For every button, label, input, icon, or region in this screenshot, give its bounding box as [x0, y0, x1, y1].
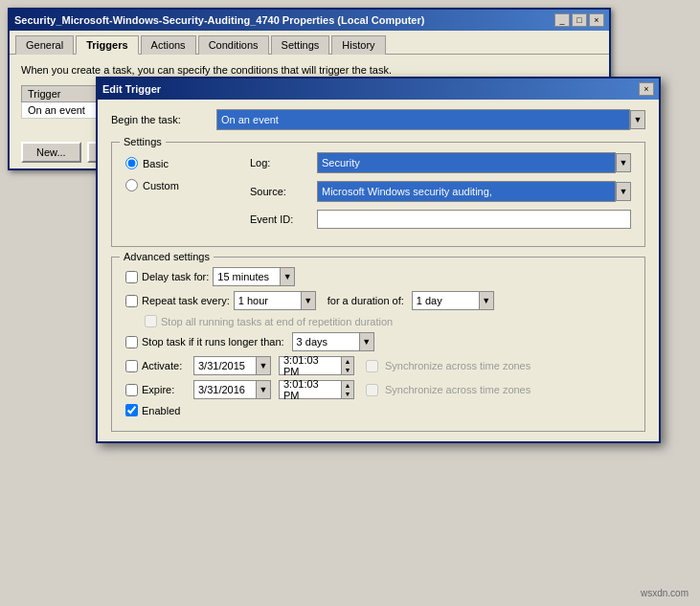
expire-date-arrow[interactable]: ▼	[256, 380, 271, 399]
repeat-checkbox[interactable]	[125, 295, 138, 307]
stop-repeat-label: Stop all running tasks at end of repetit…	[161, 316, 393, 327]
tab-general[interactable]: General	[15, 35, 74, 55]
stop-longer-label: Stop task if it runs longer than:	[142, 336, 284, 348]
dialog-title: Edit Trigger	[102, 83, 161, 95]
log-value: Security	[322, 157, 360, 168]
sync-expire-checkbox[interactable]	[366, 384, 378, 396]
tab-conditions[interactable]: Conditions	[198, 35, 269, 55]
fields-column: Log: Security ▼ Source: Microsoft Window…	[250, 152, 631, 229]
activate-date: 3/31/2015	[193, 356, 256, 375]
stop-longer-combo: 3 days ▼	[292, 332, 374, 351]
eventid-label: Event ID:	[250, 213, 317, 225]
repeat-dropdown-arrow[interactable]: ▼	[301, 291, 316, 310]
sync-activate-label: Synchronize across time zones	[385, 360, 531, 371]
stop-longer-checkbox[interactable]	[125, 336, 138, 348]
radio-basic-row: Basic	[125, 157, 240, 169]
source-dropdown[interactable]: Microsoft Windows security auditing,	[317, 181, 616, 202]
begin-task-dropdown[interactable]: On an event	[216, 109, 630, 130]
activate-date-combo: 3/31/2015 ▼	[193, 356, 271, 375]
dialog-close-button[interactable]: ×	[639, 82, 654, 96]
duration-dropdown-arrow[interactable]: ▼	[479, 291, 494, 310]
eventid-input[interactable]: 4740	[317, 210, 631, 229]
source-dropdown-arrow[interactable]: ▼	[616, 182, 631, 201]
stop-repeat-checkbox[interactable]	[145, 315, 157, 327]
log-label: Log:	[250, 157, 317, 168]
settings-legend: Settings	[120, 136, 166, 147]
enabled-checkbox[interactable]	[125, 404, 138, 416]
stop-longer-value: 3 days	[292, 332, 359, 351]
activate-time: 3:01:03 PM	[279, 356, 341, 375]
repeat-value: 1 hour	[234, 291, 301, 310]
delay-row: Delay task for: 15 minutes ▼	[125, 267, 631, 286]
repeat-combo: 1 hour ▼	[234, 291, 316, 310]
radio-basic[interactable]	[125, 157, 138, 169]
dialog-window-controls: ×	[639, 82, 654, 96]
radio-custom[interactable]	[125, 179, 138, 191]
activate-checkbox[interactable]	[125, 360, 138, 372]
duration-value: 1 day	[412, 291, 479, 310]
stop-longer-arrow[interactable]: ▼	[359, 332, 374, 351]
activate-time-updown[interactable]: ▲ ▼	[341, 356, 354, 375]
sync-activate-checkbox[interactable]	[366, 360, 378, 372]
radio-column: Basic Custom	[125, 152, 240, 191]
source-value: Microsoft Windows security auditing,	[322, 186, 492, 197]
log-field-row: Log: Security ▼	[250, 152, 631, 173]
begin-label: Begin the task:	[111, 114, 216, 125]
begin-task-arrow[interactable]: ▼	[630, 110, 645, 129]
radio-basic-label: Basic	[143, 158, 169, 169]
enabled-label: Enabled	[142, 405, 180, 416]
tab-history[interactable]: History	[331, 35, 385, 55]
log-dropdown[interactable]: Security	[317, 152, 616, 173]
dialog-title-bar: Edit Trigger ×	[98, 79, 659, 100]
expire-row: Expire: 3/31/2016 ▼ 3:01:03 PM ▲ ▼ Synch…	[125, 380, 631, 399]
watermark: wsxdn.com	[641, 588, 689, 598]
advanced-settings-group: Advanced settings Delay task for: 15 min…	[111, 257, 645, 432]
expire-date: 3/31/2016	[193, 380, 256, 399]
radio-custom-label: Custom	[143, 180, 179, 191]
activate-time-combo: 3:01:03 PM ▲ ▼	[279, 356, 354, 375]
expire-checkbox[interactable]	[125, 384, 138, 396]
delay-checkbox[interactable]	[125, 271, 138, 283]
expire-time-updown[interactable]: ▲ ▼	[341, 380, 354, 399]
source-label: Source:	[250, 186, 317, 197]
delay-dropdown-arrow[interactable]: ▼	[280, 267, 295, 286]
stop-repeat-row: Stop all running tasks at end of repetit…	[125, 315, 631, 327]
edit-trigger-dialog: Edit Trigger × Begin the task: On an eve…	[96, 77, 661, 443]
delay-combo: 15 minutes ▼	[213, 267, 295, 286]
maximize-button[interactable]: □	[572, 13, 587, 27]
duration-combo: 1 day ▼	[412, 291, 494, 310]
delay-label: Delay task for:	[142, 271, 209, 282]
duration-label: for a duration of:	[327, 295, 404, 306]
main-title-bar: Security_Microsoft-Windows-Security-Audi…	[10, 10, 609, 31]
log-dropdown-arrow[interactable]: ▼	[616, 153, 631, 172]
activate-label: Activate:	[142, 360, 190, 371]
eventid-field-row: Event ID: 4740	[250, 210, 631, 229]
activate-row: Activate: 3/31/2015 ▼ 3:01:03 PM ▲ ▼ Syn…	[125, 356, 631, 375]
new-button[interactable]: New...	[21, 142, 81, 163]
begin-task-value: On an event	[221, 114, 279, 125]
expire-time-up[interactable]: ▲	[342, 381, 353, 390]
settings-group: Settings Basic Custom Log:	[111, 142, 645, 247]
dialog-content: Begin the task: On an event ▼ Settings B…	[98, 100, 659, 441]
delay-value: 15 minutes	[213, 267, 280, 286]
repeat-row: Repeat task every: 1 hour ▼ for a durati…	[125, 291, 631, 310]
sync-expire-label: Synchronize across time zones	[385, 384, 531, 395]
description-text: When you create a task, you can specify …	[21, 64, 598, 76]
enabled-row: Enabled	[125, 404, 631, 416]
minimize-button[interactable]: _	[554, 13, 570, 27]
tab-actions[interactable]: Actions	[141, 35, 196, 55]
expire-time-down[interactable]: ▼	[342, 390, 353, 398]
expire-label: Expire:	[142, 384, 190, 395]
tab-settings[interactable]: Settings	[271, 35, 330, 55]
tab-triggers[interactable]: Triggers	[76, 35, 138, 55]
close-button[interactable]: ×	[589, 13, 604, 27]
advanced-legend: Advanced settings	[120, 251, 214, 262]
source-field-row: Source: Microsoft Windows security audit…	[250, 181, 631, 202]
activate-date-arrow[interactable]: ▼	[256, 356, 271, 375]
activate-time-up[interactable]: ▲	[342, 357, 353, 366]
activate-time-down[interactable]: ▼	[342, 366, 353, 374]
main-window-title: Security_Microsoft-Windows-Security-Audi…	[14, 14, 424, 26]
expire-time-combo: 3:01:03 PM ▲ ▼	[279, 380, 354, 399]
window-controls: _ □ ×	[554, 13, 604, 27]
tab-bar: General Triggers Actions Conditions Sett…	[10, 31, 609, 55]
